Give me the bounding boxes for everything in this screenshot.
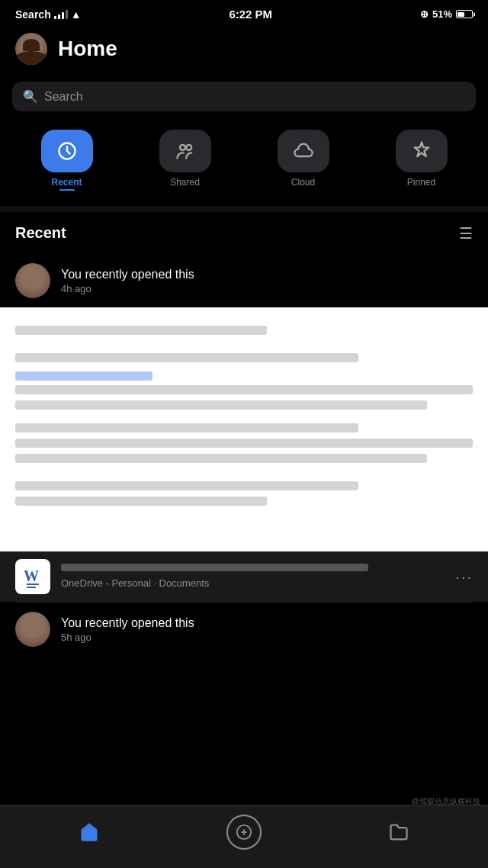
doc-line-7 xyxy=(15,454,427,463)
doc-section-3 xyxy=(15,481,473,506)
pinned-icon xyxy=(396,130,448,172)
home-tab[interactable] xyxy=(79,821,100,843)
section-header: Recent ☰ xyxy=(0,212,488,254)
status-left: Search ▲ xyxy=(15,8,82,21)
signal-icon xyxy=(54,10,68,19)
doc-line-1 xyxy=(15,326,267,335)
file-path-info: OneDrive - Personal · Documents xyxy=(61,564,445,590)
cloud-icon xyxy=(278,130,329,172)
file-entry-subtitle-1: 4h ago xyxy=(61,283,473,294)
status-time: 6:22 PM xyxy=(229,8,272,21)
file-path-text: OneDrive - Personal · Documents xyxy=(61,577,209,589)
search-input[interactable]: Search xyxy=(44,90,83,104)
tab-pinned[interactable]: Pinned xyxy=(367,130,476,191)
page-header: Home xyxy=(0,25,488,76)
add-button[interactable] xyxy=(226,815,262,850)
sort-icon[interactable]: ☰ xyxy=(459,226,473,241)
svg-text:W: W xyxy=(24,567,39,584)
tab-shared-label: Shared xyxy=(170,177,200,188)
tab-recent-label: Recent xyxy=(51,177,82,188)
tabs-container: Recent Shared Cloud Pinned xyxy=(0,122,488,206)
bottom-bar xyxy=(0,805,488,868)
files-tab[interactable] xyxy=(388,821,409,843)
doc-line-3 xyxy=(15,385,473,394)
file-entry-title-2: You recently opened this xyxy=(61,616,473,630)
doc-line-4 xyxy=(15,400,427,410)
section-title: Recent xyxy=(15,224,66,242)
search-container: 🔍 Search xyxy=(0,76,488,122)
svg-point-1 xyxy=(180,145,185,150)
search-icon: 🔍 xyxy=(23,89,38,104)
section-divider-top xyxy=(0,206,488,212)
doc-section-1 xyxy=(15,371,473,410)
avatar-2 xyxy=(15,612,50,647)
doc-line-8 xyxy=(15,481,358,490)
page-title: Home xyxy=(58,37,117,61)
file-name-bar xyxy=(61,564,368,571)
svg-point-2 xyxy=(186,145,191,150)
document-preview xyxy=(0,307,488,551)
battery-percent: 51% xyxy=(432,8,452,20)
doc-line-2 xyxy=(15,353,358,362)
doc-line-5 xyxy=(15,423,358,432)
file-entry-subtitle-2: 5h ago xyxy=(61,632,473,643)
search-bar[interactable]: 🔍 Search xyxy=(12,82,476,111)
tab-recent[interactable]: Recent xyxy=(12,130,121,191)
file-entry-info-2: You recently opened this 5h ago xyxy=(61,616,473,643)
more-button[interactable]: ··· xyxy=(455,568,473,586)
tab-pinned-label: Pinned xyxy=(407,177,435,188)
tab-cloud[interactable]: Cloud xyxy=(249,130,358,191)
word-icon-wrap: W xyxy=(15,559,50,594)
recent-icon xyxy=(41,130,93,172)
wifi-icon: ▲ xyxy=(71,8,82,21)
recent-item-2[interactable]: You recently opened this 5h ago xyxy=(0,603,488,656)
recent-item-1[interactable]: You recently opened this 4h ago xyxy=(0,254,488,307)
tab-cloud-label: Cloud xyxy=(291,177,315,188)
file-footer[interactable]: W OneDrive - Personal · Documents ··· xyxy=(0,551,488,602)
file-entry-info-1: You recently opened this 4h ago xyxy=(61,268,473,294)
tab-shared[interactable]: Shared xyxy=(130,130,239,191)
battery-icon xyxy=(456,10,473,18)
word-icon: W xyxy=(21,563,45,590)
status-bar: Search ▲ 6:22 PM ⊕ 51% xyxy=(0,0,488,25)
doc-line-9 xyxy=(15,497,267,506)
location-icon: ⊕ xyxy=(420,8,429,20)
doc-section-2 xyxy=(15,423,473,463)
carrier-label: Search xyxy=(15,8,51,21)
status-right: ⊕ 51% xyxy=(420,8,473,20)
avatar[interactable] xyxy=(15,33,47,65)
tab-underline xyxy=(59,189,75,191)
file-entry-title-1: You recently opened this xyxy=(61,268,473,281)
shared-icon xyxy=(159,130,211,172)
avatar-1 xyxy=(15,263,50,298)
doc-line-6 xyxy=(15,439,473,448)
